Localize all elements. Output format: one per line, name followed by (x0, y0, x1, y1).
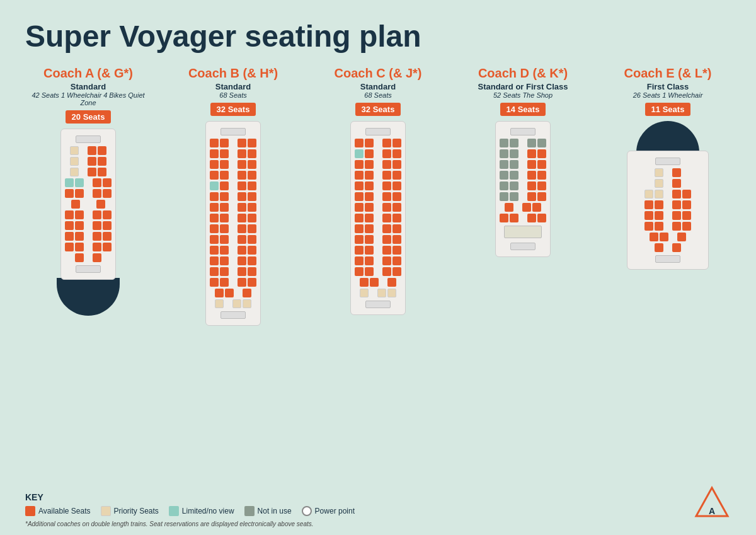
seat (382, 214, 391, 222)
seat (522, 203, 531, 212)
seat (537, 160, 546, 169)
seat (220, 224, 229, 233)
seat (93, 253, 101, 262)
seat (65, 178, 74, 187)
coach-b-row-14 (210, 278, 256, 287)
coach-c-row-11 (355, 246, 401, 255)
coach-e-row-1 (631, 168, 704, 177)
seat (355, 203, 364, 212)
coach-a-diagram (57, 129, 120, 316)
seat (225, 289, 234, 297)
seat (672, 200, 681, 209)
seat (382, 246, 391, 255)
coach-e-row-3 (631, 190, 704, 198)
seat (365, 267, 374, 276)
seat (644, 190, 653, 198)
coach-c-row-1 (355, 139, 401, 147)
coach-b-class: Standard (215, 82, 251, 91)
coach-b-details: 68 Seats (219, 91, 246, 99)
seat (75, 243, 84, 251)
coach-d-body (495, 121, 551, 257)
coach-a-row-1 (65, 146, 112, 155)
seat (88, 157, 96, 166)
seat (248, 278, 256, 287)
seat (220, 139, 229, 147)
seat (392, 171, 401, 180)
seat (365, 181, 374, 190)
seat (365, 149, 374, 158)
seat (220, 192, 229, 201)
coach-e-class: First Class (647, 82, 689, 91)
seat (365, 203, 374, 212)
seat (70, 146, 79, 155)
seat (500, 160, 508, 169)
seat (644, 222, 653, 231)
seat (500, 149, 508, 158)
seat (232, 299, 241, 308)
coach-d-row-3 (500, 160, 546, 169)
seat (527, 192, 536, 201)
coach-d-row-6 (500, 192, 546, 201)
seat (355, 171, 364, 180)
coach-c-row-14 (355, 278, 401, 287)
coach-d-facility-top (510, 128, 536, 135)
coach-a-facility-top (76, 135, 101, 143)
seat (210, 278, 219, 287)
seat (220, 235, 229, 244)
seat (392, 181, 401, 190)
coach-e-facility-top (655, 158, 680, 165)
seat (210, 181, 219, 190)
coach-c-facility-top (365, 128, 391, 135)
seat (248, 139, 256, 147)
seat (103, 232, 112, 241)
seat (71, 200, 80, 209)
key-section: KEY Available Seats Priority Seats Limit… (25, 492, 355, 516)
seat (220, 181, 229, 190)
seat (243, 289, 251, 297)
seat (88, 168, 96, 176)
seat (672, 222, 681, 231)
seat (210, 149, 219, 158)
coach-d-class: Standard or First Class (478, 82, 568, 91)
seat (365, 235, 374, 244)
key-available-label: Available Seats (38, 507, 91, 515)
seat (238, 246, 246, 255)
seat (93, 189, 101, 198)
seat (382, 235, 391, 244)
seat (677, 233, 686, 241)
seat (655, 168, 663, 177)
seat (392, 160, 401, 169)
seat (537, 149, 546, 158)
seat (644, 200, 653, 209)
coach-c-row-6 (355, 192, 401, 201)
seat (248, 256, 256, 265)
seat (387, 278, 396, 287)
seat (392, 214, 401, 222)
seat (644, 211, 653, 220)
coach-e-row-4 (631, 200, 704, 209)
seat (248, 149, 256, 158)
coach-b-row-11 (210, 246, 256, 255)
coach-e-name: Coach E (& L*) (624, 66, 712, 81)
seat (672, 190, 681, 198)
coach-b-body (205, 121, 261, 326)
seat (210, 139, 219, 147)
key-available: Available Seats (25, 506, 91, 516)
seat (220, 214, 229, 222)
coach-d-diagram (495, 121, 551, 257)
key-limited-label: Limited/no view (182, 507, 234, 515)
coach-c-row-10 (355, 235, 401, 244)
seat (500, 139, 508, 147)
seat (238, 256, 246, 265)
seat (96, 200, 105, 209)
seat (510, 139, 518, 147)
coach-b-row-3 (210, 160, 256, 169)
seat (210, 235, 219, 244)
coach-a-details: 42 Seats 1 Wheelchair 4 Bikes Quiet Zone (27, 91, 150, 106)
seat (220, 160, 229, 169)
coach-d-details: 52 Seats The Shop (493, 91, 553, 99)
seat (365, 139, 374, 147)
seat (505, 203, 513, 212)
coach-b-diagram (205, 121, 261, 326)
coach-b-row-2 (210, 149, 256, 158)
